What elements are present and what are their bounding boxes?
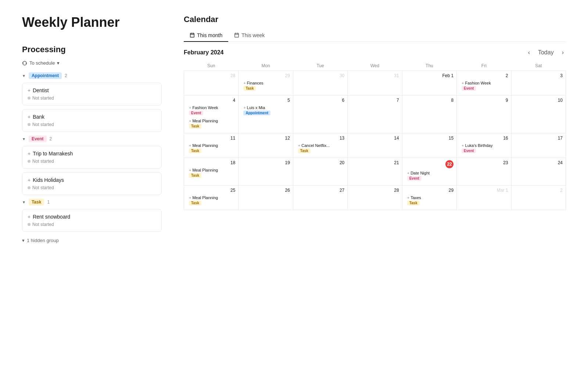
cell-date: 23 bbox=[460, 160, 508, 165]
add-icon[interactable]: + bbox=[28, 177, 31, 183]
calendar-cell[interactable]: 29 + Finances Task bbox=[239, 71, 293, 96]
cell-date: 24 bbox=[514, 160, 563, 165]
calendar-cell[interactable]: 6 bbox=[293, 96, 347, 133]
calendar-cell[interactable]: 13 + Cancel Netflix... Task bbox=[293, 133, 347, 158]
task-name: Rent snowboard bbox=[33, 214, 70, 220]
calendar-cell[interactable]: 8 bbox=[402, 96, 456, 133]
task-name: Trip to Marrakesh bbox=[33, 151, 73, 156]
collapse-icon: ▼ bbox=[22, 137, 26, 141]
calendar-cell[interactable]: 30 bbox=[293, 71, 347, 96]
calendar-cell[interactable]: 28 bbox=[184, 71, 239, 96]
event-tag: Event bbox=[462, 148, 476, 153]
event-tag: Task bbox=[189, 173, 201, 178]
calendar-cell[interactable]: 11 + Meal Planning Task bbox=[184, 133, 239, 158]
calendar-cell[interactable]: 21 bbox=[348, 158, 402, 186]
tab-this-week[interactable]: This week bbox=[228, 29, 270, 42]
calendar-cell[interactable]: 18 + Meal Planning Task bbox=[184, 158, 239, 186]
calendar-title: Calendar bbox=[184, 15, 566, 24]
group-count-event: 2 bbox=[50, 136, 52, 141]
calendar-event[interactable]: + Date Night Event bbox=[405, 170, 453, 182]
calendar-cell[interactable]: 31 bbox=[348, 71, 402, 96]
calendar-days-header: SunMonTueWedThuFriSat bbox=[184, 61, 566, 71]
calendar-event[interactable]: + Taxes Task bbox=[405, 194, 453, 206]
calendar-event[interactable]: + Luka's Birthday Event bbox=[460, 142, 508, 154]
add-icon[interactable]: + bbox=[28, 151, 31, 156]
calendar-cell[interactable]: 15 bbox=[402, 133, 456, 158]
cell-date: 11 bbox=[187, 136, 235, 141]
calendar-cell[interactable]: 22 + Date Night Event bbox=[402, 158, 456, 186]
calendar-cell[interactable]: 20 bbox=[293, 158, 347, 186]
add-icon[interactable]: + bbox=[28, 214, 31, 220]
task-status: Not started bbox=[28, 159, 156, 164]
task-card: + Dentist Not started bbox=[22, 83, 162, 105]
calendar-cell[interactable]: 3 bbox=[511, 71, 566, 96]
calendar-cell[interactable]: 2 bbox=[511, 186, 566, 210]
calendar-cell[interactable]: 23 bbox=[457, 158, 511, 186]
schedule-toggle[interactable]: To schedule ▾ bbox=[22, 60, 162, 66]
calendar-cell[interactable]: 29 + Taxes Task bbox=[402, 186, 456, 210]
calendar-cell[interactable]: Mar 1 bbox=[457, 186, 511, 210]
calendar-cell[interactable]: 28 bbox=[348, 186, 402, 210]
calendar-week-row: 18 + Meal Planning Task 19202122 + Date … bbox=[184, 158, 566, 186]
calendar-event[interactable]: + Fashion Week Event bbox=[460, 80, 508, 92]
cell-date: 15 bbox=[405, 136, 453, 141]
calendar-cell[interactable]: 16 + Luka's Birthday Event bbox=[457, 133, 511, 158]
task-title: + Dentist bbox=[28, 87, 156, 93]
calendar-event[interactable]: + Meal Planning Task bbox=[187, 118, 235, 130]
tab-this-month[interactable]: This month bbox=[184, 29, 228, 42]
event-tag: Task bbox=[243, 86, 256, 91]
group-header-task[interactable]: ▼ Task 1 bbox=[22, 199, 162, 205]
event-tag: Event bbox=[462, 86, 476, 91]
day-header: Sat bbox=[511, 61, 566, 71]
task-card: + Rent snowboard Not started bbox=[22, 209, 162, 232]
calendar-cell[interactable]: 5 + Luis x Mia Appointment bbox=[239, 96, 293, 133]
group-header-event[interactable]: ▼ Event 2 bbox=[22, 136, 162, 142]
calendar-cell[interactable]: 17 bbox=[511, 133, 566, 158]
event-name: Luis x Mia bbox=[247, 105, 265, 110]
task-status: Not started bbox=[28, 222, 156, 227]
calendar-cell[interactable]: 14 bbox=[348, 133, 402, 158]
task-card: + Bank Not started bbox=[22, 109, 162, 132]
next-month-button[interactable]: › bbox=[560, 48, 566, 57]
calendar-event[interactable]: + Finances Task bbox=[241, 80, 290, 92]
cell-date: 22 bbox=[405, 160, 453, 168]
cell-date: Feb 1 bbox=[405, 73, 453, 78]
group-header-appointment[interactable]: ▼ Appointment 2 bbox=[22, 72, 162, 79]
calendar-cell[interactable]: 10 bbox=[511, 96, 566, 133]
calendar-event[interactable]: + Meal Planning Task bbox=[187, 167, 235, 179]
calendar-cell[interactable]: 26 bbox=[239, 186, 293, 210]
calendar-cell[interactable]: 27 bbox=[293, 186, 347, 210]
calendar-grid: SunMonTueWedThuFriSat 2829 + Finances Ta… bbox=[184, 61, 566, 210]
calendar-event[interactable]: + Meal Planning Task bbox=[187, 194, 235, 206]
calendar-cell[interactable]: 19 bbox=[239, 158, 293, 186]
calendar-cell[interactable]: 24 bbox=[511, 158, 566, 186]
cell-date: 14 bbox=[351, 136, 399, 141]
cell-date: 10 bbox=[514, 98, 563, 103]
cell-date: 17 bbox=[514, 136, 563, 141]
calendar-cell[interactable]: 7 bbox=[348, 96, 402, 133]
event-title: + Luis x Mia bbox=[243, 105, 288, 110]
calendar-cell[interactable]: Feb 1 bbox=[402, 71, 456, 96]
calendar-event[interactable]: + Meal Planning Task bbox=[187, 142, 235, 154]
add-icon: + bbox=[462, 81, 464, 85]
group-count-appointment: 2 bbox=[65, 73, 67, 78]
calendar-event[interactable]: + Luis x Mia Appointment bbox=[241, 104, 290, 116]
calendar-cell[interactable]: 9 bbox=[457, 96, 511, 133]
event-name: Luka's Birthday bbox=[465, 143, 493, 148]
today-button[interactable]: Today bbox=[536, 48, 556, 57]
cell-date: 7 bbox=[351, 98, 399, 103]
day-header: Tue bbox=[293, 61, 347, 71]
hidden-group-toggle[interactable]: ▾ 1 hidden group bbox=[22, 238, 162, 243]
calendar-event[interactable]: + Fashion Week Event bbox=[187, 104, 235, 116]
calendar-cell[interactable]: 2 + Fashion Week Event bbox=[457, 71, 511, 96]
add-icon[interactable]: + bbox=[28, 114, 31, 120]
calendar-cell[interactable]: 4 + Fashion Week Event + Meal Planning T… bbox=[184, 96, 239, 133]
add-icon: + bbox=[189, 195, 191, 200]
calendar-event[interactable]: + Cancel Netflix... Task bbox=[296, 142, 344, 154]
add-icon[interactable]: + bbox=[28, 87, 31, 93]
calendar-week-row: 4 + Fashion Week Event + Meal Planning T… bbox=[184, 96, 566, 133]
prev-month-button[interactable]: ‹ bbox=[526, 48, 532, 57]
event-name: Date Night bbox=[410, 171, 430, 175]
calendar-cell[interactable]: 12 bbox=[239, 133, 293, 158]
calendar-cell[interactable]: 25 + Meal Planning Task bbox=[184, 186, 239, 210]
